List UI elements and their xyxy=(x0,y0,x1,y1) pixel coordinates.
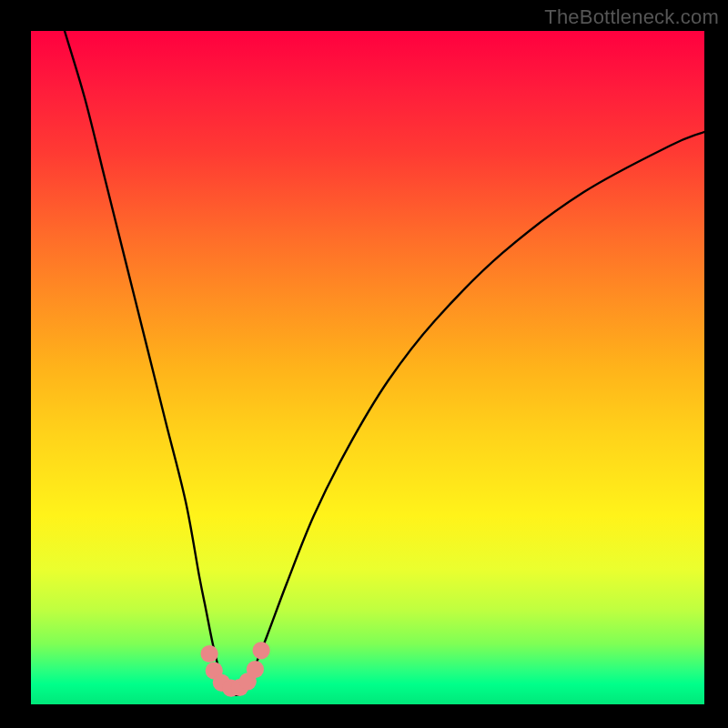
trough-marker xyxy=(200,645,217,662)
trough-marker xyxy=(252,642,269,659)
bottleneck-curve xyxy=(65,31,704,695)
curve-layer xyxy=(31,31,704,704)
trough-markers xyxy=(200,642,269,697)
trough-marker xyxy=(247,661,264,678)
chart-frame: TheBottleneck.com xyxy=(0,0,728,728)
watermark-text: TheBottleneck.com xyxy=(544,5,719,29)
plot-area xyxy=(31,31,704,704)
